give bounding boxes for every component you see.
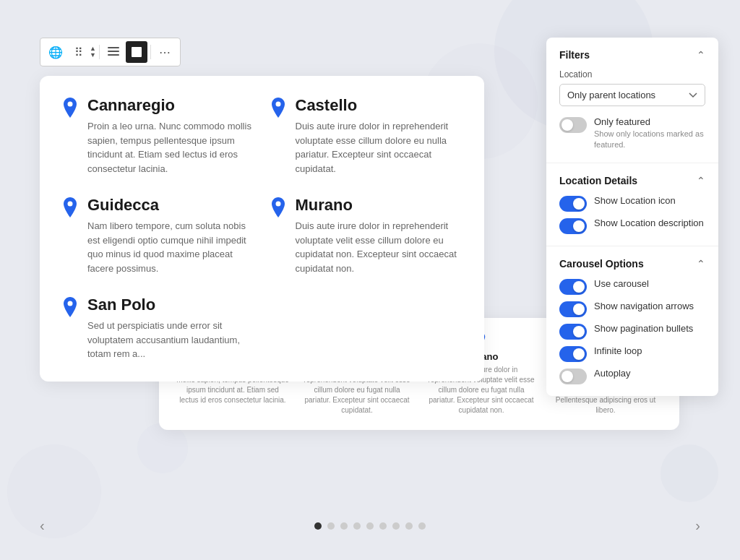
carousel-options-section: Carousel Options ⌃ Use carousel Show nav… bbox=[546, 246, 718, 396]
toolbar-divider-2 bbox=[150, 45, 151, 59]
list-item: Cannaregio Proin a leo urna. Nunc commod… bbox=[61, 96, 255, 176]
autoplay-label: Autoplay bbox=[594, 368, 631, 379]
location-name: Cannaregio bbox=[87, 96, 255, 115]
show-description-toggle[interactable] bbox=[559, 218, 587, 234]
show-pagination-bullets-row: Show pagination bullets bbox=[559, 323, 705, 340]
toggle-track bbox=[559, 301, 587, 317]
location-desc: Duis aute irure dolor in reprehenderit v… bbox=[296, 119, 463, 176]
locations-grid: Cannaregio Proin a leo urna. Nunc commod… bbox=[61, 96, 462, 361]
show-icon-row: Show Location icon bbox=[559, 195, 705, 212]
only-featured-toggle[interactable] bbox=[559, 117, 587, 133]
pagination-dot-7[interactable] bbox=[405, 522, 413, 530]
toggle-track bbox=[559, 196, 587, 212]
toggle-thumb bbox=[562, 371, 573, 382]
autoplay-toggle[interactable] bbox=[559, 369, 587, 384]
show-nav-arrows-toggle[interactable] bbox=[559, 301, 587, 317]
toggle-thumb bbox=[573, 198, 585, 210]
show-icon-label: Show Location icon bbox=[594, 195, 676, 206]
only-featured-label-group: Only featured Show only locations marked… bbox=[594, 116, 705, 151]
toggle-track bbox=[559, 324, 587, 340]
infinite-loop-toggle[interactable] bbox=[559, 346, 587, 362]
toggle-track bbox=[559, 369, 587, 384]
toolbar-divider bbox=[99, 45, 100, 59]
show-pagination-bullets-toggle[interactable] bbox=[559, 324, 587, 340]
location-details-collapse-icon[interactable]: ⌃ bbox=[697, 175, 705, 186]
svg-rect-1 bbox=[108, 51, 119, 52]
location-name: Castello bbox=[296, 96, 463, 115]
location-pin-icon bbox=[270, 197, 287, 220]
next-arrow-button[interactable]: › bbox=[695, 517, 700, 534]
infinite-loop-row: Infinite loop bbox=[559, 345, 705, 362]
svg-point-5 bbox=[275, 102, 280, 107]
location-details-section: Location Details ⌃ Show Location icon Sh… bbox=[546, 163, 718, 246]
svg-rect-0 bbox=[108, 47, 119, 48]
show-nav-arrows-row: Show navigation arrows bbox=[559, 301, 705, 317]
carousel-options-header: Carousel Options ⌃ bbox=[559, 258, 705, 270]
toggle-thumb bbox=[573, 326, 585, 337]
location-details-title: Location Details bbox=[559, 175, 637, 186]
location-filter-label: Location bbox=[559, 69, 705, 79]
svg-point-6 bbox=[68, 202, 73, 207]
svg-rect-3 bbox=[132, 47, 142, 57]
only-featured-row: Only featured Show only locations marked… bbox=[559, 116, 705, 151]
pagination-dot-6[interactable] bbox=[392, 522, 400, 530]
toggle-thumb bbox=[573, 303, 585, 315]
toggle-thumb bbox=[573, 348, 585, 360]
prev-arrow-button[interactable]: ‹ bbox=[40, 517, 45, 534]
location-name: San Polo bbox=[87, 296, 255, 314]
location-pin-icon bbox=[61, 297, 79, 320]
svg-point-8 bbox=[68, 301, 73, 306]
toolbar-globe-btn[interactable]: 🌐 bbox=[45, 41, 66, 63]
toolbar-grid-btn[interactable]: ⠿ bbox=[68, 41, 90, 63]
only-featured-label: Only featured bbox=[594, 116, 705, 127]
show-description-label: Show Location description bbox=[594, 217, 704, 228]
toolbar: 🌐 ⠿ ▲ ▼ ⋯ bbox=[40, 38, 181, 66]
infinite-loop-label: Infinite loop bbox=[594, 345, 642, 356]
locations-card: Cannaregio Proin a leo urna. Nunc commod… bbox=[40, 76, 484, 382]
filters-collapse-icon[interactable]: ⌃ bbox=[697, 49, 705, 61]
toggle-track bbox=[559, 117, 587, 133]
toggle-track bbox=[559, 218, 587, 234]
carousel-options-collapse-icon[interactable]: ⌃ bbox=[697, 258, 705, 270]
pagination-dot-1[interactable] bbox=[327, 522, 335, 530]
location-select[interactable]: Only parent locations All locations Feat… bbox=[559, 84, 705, 106]
toggle-thumb bbox=[562, 119, 573, 131]
only-featured-subtext: Show only locations marked as featured. bbox=[594, 129, 705, 151]
toggle-thumb bbox=[573, 281, 585, 293]
toolbar-more-btn[interactable]: ⋯ bbox=[154, 41, 176, 63]
list-item: Guidecca Nam libero tempore, cum soluta … bbox=[61, 196, 255, 275]
carousel-options-title: Carousel Options bbox=[559, 258, 644, 270]
pagination-dot-4[interactable] bbox=[366, 522, 374, 530]
show-pagination-bullets-label: Show pagination bullets bbox=[594, 323, 693, 334]
toolbar-list-btn[interactable] bbox=[103, 41, 124, 63]
arrow-down-icon[interactable]: ▼ bbox=[90, 52, 96, 59]
toolbar-square-btn[interactable] bbox=[126, 41, 147, 63]
filters-title: Filters bbox=[559, 49, 590, 61]
pagination-dot-3[interactable] bbox=[353, 522, 361, 530]
use-carousel-row: Use carousel bbox=[559, 278, 705, 295]
location-pin-icon bbox=[61, 98, 79, 121]
use-carousel-toggle[interactable] bbox=[559, 279, 587, 295]
show-description-row: Show Location description bbox=[559, 217, 705, 234]
svg-point-7 bbox=[275, 202, 280, 207]
pagination-dot-8[interactable] bbox=[418, 522, 426, 530]
location-details-header: Location Details ⌃ bbox=[559, 175, 705, 186]
location-desc: Proin a leo urna. Nunc commodo mollis sa… bbox=[87, 119, 255, 176]
filters-header: Filters ⌃ bbox=[559, 49, 705, 61]
list-item: Murano Duis aute irure dolor in reprehen… bbox=[270, 196, 463, 275]
toggle-thumb bbox=[573, 220, 585, 232]
filters-header-section: Filters ⌃ Location Only parent locations… bbox=[546, 38, 718, 163]
pagination-dot-0[interactable] bbox=[314, 522, 322, 530]
autoplay-row: Autoplay bbox=[559, 368, 705, 384]
location-desc: Duis aute irure dolor in reprehenderit v… bbox=[296, 219, 463, 275]
location-name: Guidecca bbox=[87, 196, 255, 215]
svg-point-4 bbox=[68, 102, 73, 107]
toggle-track bbox=[559, 279, 587, 295]
pagination-dot-5[interactable] bbox=[379, 522, 387, 530]
show-icon-toggle[interactable] bbox=[559, 196, 587, 212]
svg-rect-2 bbox=[108, 54, 119, 56]
pagination bbox=[314, 522, 426, 530]
list-item: San Polo Sed ut perspiciatis unde error … bbox=[61, 296, 255, 361]
pagination-dot-2[interactable] bbox=[340, 522, 348, 530]
use-carousel-label: Use carousel bbox=[594, 278, 649, 289]
